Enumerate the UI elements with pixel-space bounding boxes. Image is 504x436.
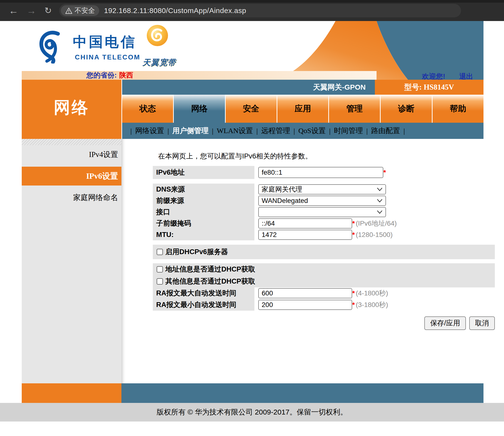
ipv6-settings-form: IPv6地址 * DNS来源 家庭网关代理 [153, 166, 495, 330]
main-tabs: 状态 网络 安全 应用 管理 诊断 帮助 [122, 95, 484, 123]
required-mark: * [383, 169, 386, 176]
subnav-network-settings[interactable]: 网络设置 [135, 126, 164, 136]
save-apply-button[interactable]: 保存/应用 [424, 316, 466, 330]
sub-prefix-mask-input[interactable] [258, 218, 352, 229]
back-icon[interactable]: ← [9, 5, 18, 16]
sidebar-hatch-texture [22, 139, 121, 145]
china-telecom-emblem-icon [37, 30, 71, 64]
section-title: 网络 [54, 97, 90, 119]
prefix-source-select[interactable]: WANDelegated [258, 196, 386, 206]
subnav-time-management[interactable]: 时间管理 [334, 126, 363, 136]
mtu-input[interactable] [258, 230, 352, 240]
tab-network[interactable]: 网络 [174, 95, 225, 123]
banner: 中国电信 CHINA TELECOM 天翼宽带 您的省份: 陕西 欢迎您! 退出 [22, 21, 484, 80]
gateway-label: 天翼网关-GPON [313, 82, 366, 92]
tianyi-broadband-swirl-icon [145, 23, 170, 47]
province-label: 您的省份: [86, 71, 117, 80]
sub-navigation: | 网络设置 | 用户侧管理 | WLAN设置 | 远程管理 | QoS设置 |… [122, 123, 484, 139]
tab-diagnose[interactable]: 诊断 [381, 95, 432, 123]
dns-source-label: DNS来源 [153, 184, 254, 195]
copyright-strip: 版权所有 © 华为技术有限公司 2009-2017。保留一切权利。 [0, 403, 504, 421]
content-area: IPv4设置 IPv6设置 家庭网络命名 在本网页上，您可以配置与IPv6相关的… [22, 139, 484, 383]
chevron-down-icon [377, 199, 383, 203]
province-value: 陕西 [119, 71, 133, 80]
ra-min-hint: (3-1800秒) [356, 300, 388, 309]
tab-help[interactable]: 帮助 [432, 95, 484, 123]
ra-settings-block: 地址信息是否通过DHCP获取 其他信息是否通过DHCP获取 RA报文最大自动发送… [153, 263, 495, 311]
page-description: 在本网页上，您可以配置与IPv6相关的特性参数。 [158, 151, 312, 161]
ipv6-address-label: IPv6地址 [153, 166, 254, 179]
subnav-remote-management[interactable]: 远程管理 [261, 126, 290, 136]
tab-application[interactable]: 应用 [277, 95, 328, 123]
model-block: 型号: HS8145V [375, 80, 484, 95]
ra-max-row: RA报文最大自动发送时间 *(4-1800秒) [153, 288, 495, 299]
model-label: 型号: HS8145V [404, 82, 454, 92]
footer-orange-block [22, 383, 121, 403]
forward-icon[interactable]: → [27, 5, 36, 16]
chevron-down-icon [377, 210, 383, 214]
navigation-area: 网络 天翼网关-GPON 型号: HS8145V 状态 网络 安全 应用 管理 … [22, 80, 484, 139]
subnav-user-side-management[interactable]: 用户侧管理 [172, 126, 208, 136]
security-badge-label: 不安全 [75, 6, 95, 15]
source-settings-table: DNS来源 家庭网关代理 前缀来源 [153, 184, 495, 240]
ipv6-address-row: IPv6地址 * [153, 166, 495, 179]
ra-min-input[interactable] [258, 300, 352, 310]
dhcpv6-enable-label: 启用DHCPv6服务器 [165, 247, 228, 257]
chevron-down-icon [377, 187, 383, 191]
dhcpv6-enable-row: 启用DHCPv6服务器 [153, 245, 495, 259]
interface-label: 接口 [153, 206, 254, 218]
url-text: 192.168.2.11:8080/CustomApp/Aindex.asp [104, 7, 246, 15]
other-via-dhcp-label: 其他信息是否通过DHCP获取 [165, 277, 255, 286]
footer-band [22, 383, 484, 403]
subnav-wlan-settings[interactable]: WLAN设置 [217, 126, 253, 136]
sub-prefix-mask-label: 子前缀掩码 [153, 218, 254, 229]
tab-security[interactable]: 安全 [226, 95, 277, 123]
sub-prefix-mask-row: 子前缀掩码 *(IPv6地址/64) [153, 218, 495, 229]
dns-source-select[interactable]: 家庭网关代理 [258, 184, 386, 195]
mtu-row: MTU: *(1280-1500) [153, 229, 495, 240]
browser-toolbar: ← → ↻ 不安全 192.168.2.11:8080/CustomApp/Ai… [0, 0, 504, 21]
sub-prefix-mask-hint: (IPv6地址/64) [356, 219, 397, 228]
logo-text-cn: 中国电信 [73, 33, 137, 51]
logo-text-en: CHINA TELECOM [75, 53, 140, 61]
security-badge[interactable]: 不安全 [61, 5, 99, 16]
reload-icon[interactable]: ↻ [45, 5, 52, 16]
ipv6-address-input[interactable] [258, 167, 383, 178]
subnav-route-config[interactable]: 路由配置 [371, 126, 400, 136]
form-buttons: 保存/应用 取消 [153, 316, 495, 330]
sidebar-item-ipv4[interactable]: IPv4设置 [22, 145, 121, 164]
router-admin-page: ← → ↻ 不安全 192.168.2.11:8080/CustomApp/Ai… [0, 0, 504, 436]
ra-min-row: RA报文最小自动发送时间 *(3-1800秒) [153, 299, 495, 311]
subnav-qos-settings[interactable]: QoS设置 [298, 126, 326, 136]
cancel-button[interactable]: 取消 [469, 316, 495, 330]
section-header-block: 网络 [22, 80, 121, 139]
tab-management[interactable]: 管理 [329, 95, 380, 123]
interface-row: 接口 [153, 206, 495, 218]
ra-min-label: RA报文最小自动发送时间 [153, 299, 254, 311]
sidebar-item-ipv6[interactable]: IPv6设置 [22, 167, 121, 186]
warning-triangle-icon [65, 8, 72, 14]
mtu-hint: (1280-1500) [356, 231, 393, 239]
ra-max-input[interactable] [258, 288, 352, 298]
mtu-label: MTU: [153, 229, 254, 240]
prefix-source-row: 前缀来源 WANDelegated [153, 195, 495, 206]
address-bar[interactable]: 不安全 192.168.2.11:8080/CustomApp/Aindex.a… [59, 4, 461, 17]
province-strip: 您的省份: 陕西 [22, 71, 377, 80]
addr-via-dhcp-checkbox[interactable] [157, 266, 163, 272]
ra-max-hint: (4-1800秒) [356, 289, 388, 298]
prefix-source-label: 前缀来源 [153, 195, 254, 206]
sidebar: IPv4设置 IPv6设置 家庭网络命名 [22, 139, 121, 383]
settings-panel: 在本网页上，您可以配置与IPv6相关的特性参数。 IPv6地址 * DNS来源 [121, 139, 484, 383]
addr-via-dhcp-row: 地址信息是否通过DHCP获取 [153, 263, 495, 275]
gateway-strip: 天翼网关-GPON [122, 80, 375, 95]
other-via-dhcp-row: 其他信息是否通过DHCP获取 [153, 275, 495, 288]
dns-source-row: DNS来源 家庭网关代理 [153, 184, 495, 195]
ra-max-label: RA报文最大自动发送时间 [153, 288, 254, 299]
dhcpv6-enable-checkbox[interactable] [157, 249, 163, 255]
other-via-dhcp-checkbox[interactable] [157, 278, 163, 285]
tab-status[interactable]: 状态 [122, 95, 173, 123]
addr-via-dhcp-label: 地址信息是否通过DHCP获取 [165, 265, 255, 274]
interface-select[interactable] [258, 207, 386, 217]
tianyi-broadband-label: 天翼宽带 [142, 57, 176, 68]
sidebar-item-home-network-naming[interactable]: 家庭网络命名 [22, 188, 121, 207]
